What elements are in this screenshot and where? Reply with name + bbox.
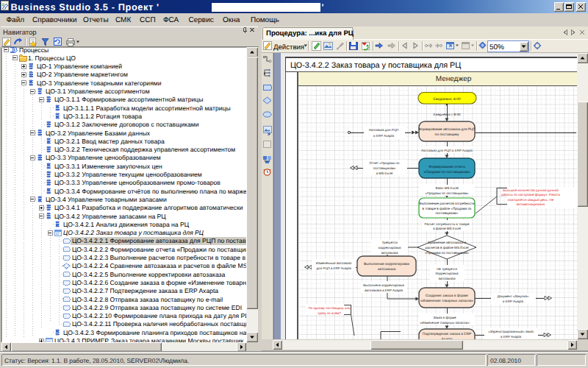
svg-text:Отчет «Продажи по: Отчет «Продажи по (369, 161, 400, 165)
svg-text:Формирование отчета: Формирование отчета (429, 165, 465, 169)
svg-text:ФСА: ФСА (163, 16, 179, 24)
svg-text:Документ «Закупка»: Документ «Закупка» (498, 294, 529, 298)
svg-text:ЦО-3.1.1.1 Разработка модели а: ЦО-3.1.1.1 Разработка модели ассортимент… (63, 105, 231, 112)
svg-text:ЦО-2 Управление маркетингом: ЦО-2 Управление маркетингом (37, 71, 128, 78)
svg-text:повторяется каждый день. Не: повторяется каждый день. Не (508, 198, 554, 202)
svg-text:ЦО-3.4.2.2 Заказ товара у пост: ЦО-3.4.2.2 Заказ товара у поставщика для… (290, 61, 461, 70)
svg-text:ЦО-3 Управление товарными кате: ЦО-3 Управление товарными категориями (37, 79, 162, 87)
svg-text:ЦО-3.4.2.2.9 Отправка заказа п: ЦО-3.4.2.2.9 Отправка заказа поставщику … (72, 304, 242, 311)
svg-text:сразу по всем?: сразу по всем? (318, 311, 341, 315)
svg-text:Ежедневно с 8-00: Ежедневно с 8-00 (433, 113, 461, 116)
svg-text:Автозаказ для РЦП: Автозаказ для РЦП (369, 128, 399, 132)
svg-text:1. Процессы ЦО: 1. Процессы ЦО (28, 54, 76, 62)
svg-text:в файле MS Excel: в файле MS Excel (433, 227, 461, 230)
svg-text:Сервис: Сервис (189, 16, 214, 24)
svg-text:Корректировка: Корректировка (435, 272, 459, 275)
svg-text:поставщикам»: поставщикам» (373, 166, 396, 170)
svg-text:Требуется: Требуется (381, 241, 398, 244)
svg-text:Большое количество ручной ручн: Большое количество ручной ручной (503, 188, 559, 192)
svg-text:ЦО-3.2.1 Ввод мастер данных то: ЦО-3.2.1 Ввод мастер данных товара (54, 138, 165, 145)
svg-text:ЦО-3.4.2.2.2 Формирование отче: ЦО-3.4.2.2.2 Формирование отчета «Продаж… (72, 246, 248, 253)
svg-text:автозаказа: автозаказа (439, 277, 456, 280)
svg-text:поставщикам»: поставщикам» (435, 211, 459, 215)
svg-text:«Изменение товарных запасов»: «Изменение товарных запасов» (420, 321, 470, 325)
svg-text:расчетов в файле MS Excel: расчетов в файле MS Excel (425, 246, 468, 250)
svg-text:ЦО-3.3.3 Управление ценообразо: ЦО-3.3.3 Управление ценообразованием про… (54, 179, 220, 186)
svg-text:Справочники: Справочники (32, 16, 77, 24)
svg-text:ЦО-3.4.2 Управление запасами: ЦО-3.4.2 Управление запасами на РЦ (54, 213, 166, 220)
svg-text:Ежедневно, 8-00: Ежедневно, 8-00 (433, 97, 461, 102)
svg-text:ЦО-3.4 Управление товарными за: ЦО-3.4 Управление товарными запасами (46, 196, 167, 203)
svg-text:По одному поставщику или: По одному поставщику или (308, 306, 351, 310)
svg-text:ЦО-3.4.2.2 Заказ товара у пост: ЦО-3.4.2.2 Заказ товара у поставщика для… (63, 229, 204, 236)
svg-text:Файл: Файл (7, 16, 25, 24)
svg-text:ЦО-3.4.2.2.1 Формирование авто: ЦО-3.4.2.2.1 Формирование автозаказа для… (72, 237, 246, 244)
svg-text:Менеджер: Менеджер (436, 75, 472, 83)
svg-text:ЦО-3.4.2.3 Формирование планин: ЦО-3.4.2.3 Формирование планинга приходо… (63, 329, 246, 336)
svg-text:в товаре в файле «Продажи по: в товаре в файле «Продажи по (423, 207, 472, 210)
svg-text:Навигатор: Навигатор (3, 29, 37, 37)
svg-text:ЦО-1 Управление компанией: ЦО-1 Управление компанией (37, 63, 122, 70)
svg-text:50%: 50% (490, 43, 504, 52)
svg-text:Процессы: Процессы (19, 46, 49, 54)
svg-text:ЦО-3.4.2.2.11 Проверка наличия: ЦО-3.4.2.2.11 Проверка наличия необработ… (72, 320, 248, 328)
svg-text:Выполнена корректировка: Выполнена корректировка (363, 283, 404, 287)
svg-text:Создание заказа в форме: Создание заказа в форме (426, 294, 468, 298)
svg-text:ЦО-3.2.2 Техническая поддержка: ЦО-3.2.2 Техническая поддержка управлени… (54, 146, 235, 153)
svg-text:Расчет потребности в товаре: Расчет потребности в товаре (424, 222, 470, 226)
svg-text:Действия: Действия (273, 43, 304, 52)
svg-text:Файл MS Excel: Файл MS Excel (435, 186, 458, 190)
svg-text:Отчеты: Отчеты (83, 16, 109, 24)
svg-text:в ERP Axapta: в ERP Axapta (373, 134, 394, 138)
svg-text:Формирование автозаказа для РЦ: Формирование автозаказа для РЦП (419, 127, 476, 131)
svg-text:Заказ в форме: Заказ в форме (434, 316, 456, 319)
svg-text:«Продажи по поставщикам»: «Продажи по поставщикам» (425, 251, 470, 255)
svg-text:Сравнение автозаказа и: Сравнение автозаказа и (428, 241, 467, 244)
svg-text:Автозаказ для РЦП в ERP Axapta: Автозаказ для РЦП в ERP Axapta (421, 149, 473, 152)
svg-text:ЦО-3.3.2 Управление текущим це: ЦО-3.3.2 Управление текущим ценообразова… (54, 171, 202, 178)
svg-text:ЦО-3.3 Управление ценообразова: ЦО-3.3 Управление ценообразованием (46, 154, 161, 161)
svg-text:Изменённый автозаказ: Изменённый автозаказ (316, 261, 351, 265)
svg-text:ЦО-3.1.1.2 Ротация товара: ЦО-3.1.1.2 Ротация товара (63, 113, 142, 120)
svg-text:ЦО-3.1.1 Формирование ассортим: ЦО-3.1.1 Формирование ассортиментной мат… (54, 96, 203, 103)
svg-text:ЦО-3.4.2.2.5 Выполнение коррек: ЦО-3.4.2.2.5 Выполнение корректировки ав… (72, 271, 226, 278)
svg-text:Не требуется: Не требуется (437, 267, 457, 271)
svg-text:ЦО-3.4.2.2.10 Формирование пла: ЦО-3.4.2.2.10 Формирование плана прихода… (72, 312, 250, 319)
svg-text:Окна: Окна (223, 16, 240, 24)
svg-text:в ERP Axapta: в ERP Axapta (503, 300, 523, 303)
svg-text:ЦО-3.2 Управление Базами данны: ЦО-3.2 Управление Базами данных (46, 130, 151, 137)
svg-text:ЦО-3.4.2.2.6 Создание заказа в: ЦО-3.4.2.2.6 Создание заказа в форме «Из… (72, 279, 246, 286)
svg-text:ЦО-3.3.4 Формирование отчётов: ЦО-3.3.4 Формирование отчётов по выполне… (54, 188, 247, 195)
svg-text:ЦО-3.4.2.2.3 Выполнение расчет: ЦО-3.4.2.2.3 Выполнение расчетов потребн… (72, 254, 246, 261)
svg-text:«Продажи по поставщикам»: «Продажи по поставщикам» (425, 191, 469, 195)
svg-text:в MS Excel: в MS Excel (376, 171, 393, 175)
svg-text:по поставщику: по поставщику (435, 133, 459, 137)
svg-text:автозаказа в ERP Axapta: автозаказа в ERP Axapta (365, 289, 403, 292)
svg-text:Помощь: Помощь (251, 16, 279, 24)
svg-text:': ' (322, 2, 324, 13)
svg-text:ЦО-3.1 Управление ассортименто: ЦО-3.1 Управление ассортиментом (46, 88, 150, 95)
svg-text:Business Studio 3.5 - Проект ': Business Studio 3.5 - Проект ' (11, 1, 159, 13)
svg-text:для РЦП в ERP Axapta: для РЦП в ERP Axapta (316, 266, 351, 270)
svg-text:Процедура: ...ика для РЦ: Процедура: ...ика для РЦ (266, 29, 354, 38)
svg-text:«Зарегистрированный» заказ: «Зарегистрированный» заказ (488, 330, 534, 333)
svg-text:«Продажи по поставщикам»: «Продажи по поставщикам» (423, 170, 470, 174)
svg-text:ЦО-3.4.2.1 Анализ движения тов: ЦО-3.4.2.1 Анализ движения товара на РЦ (63, 221, 190, 228)
svg-text:02.08.2010: 02.08.2010 (490, 357, 521, 364)
svg-text:работы по настройке формул. Ра: работы по настройке формул. Работа (501, 193, 560, 197)
svg-text:ЦО-3.4.1 Разработка и поддержа: ЦО-3.4.1 Разработка и поддержание алгори… (54, 204, 243, 211)
svg-text:в ERP Axapta: в ERP Axapta (501, 335, 521, 339)
svg-text:«Изменение товарных запасов»: «Изменение товарных запасов» (420, 299, 473, 303)
svg-text:ЦО-3.4.2.2.4 Сравнение автозак: ЦО-3.4.2.2.4 Сравнение автозаказа и расч… (72, 262, 248, 269)
svg-text:автозаказа: автозаказа (378, 268, 396, 272)
svg-text:ЦО-3.1.2 Заключение договоров: ЦО-3.1.2 Заключение договоров с поставщи… (54, 121, 199, 128)
svg-text:ЦО-3.4.2.2.8 Отправка заказа п: ЦО-3.4.2.2.8 Отправка заказа поставщику … (72, 296, 223, 303)
svg-text:автоматизировано: автоматизировано (517, 202, 545, 206)
svg-text:ЦО-3.3.1 Изменение закупочных: ЦО-3.3.1 Изменение закупочных цен (54, 163, 162, 170)
svg-text:ССП: ССП (140, 16, 156, 24)
svg-text:Подтверждение заказа в ERP: Подтверждение заказа в ERP (423, 332, 471, 336)
svg-text:корректировка: корректировка (379, 246, 401, 250)
svg-text:Статус: Версия: 1.1. В работе,: Статус: Версия: 1.1. В работе, 28.05.201… (4, 357, 189, 364)
svg-text:Выполнение расчетов потребност: Выполнение расчетов потребности (419, 202, 475, 205)
svg-text:ЦО-3.4.2.2.7 Подтверждение зак: ЦО-3.4.2.2.7 Подтверждение заказа в ERP … (72, 287, 218, 294)
